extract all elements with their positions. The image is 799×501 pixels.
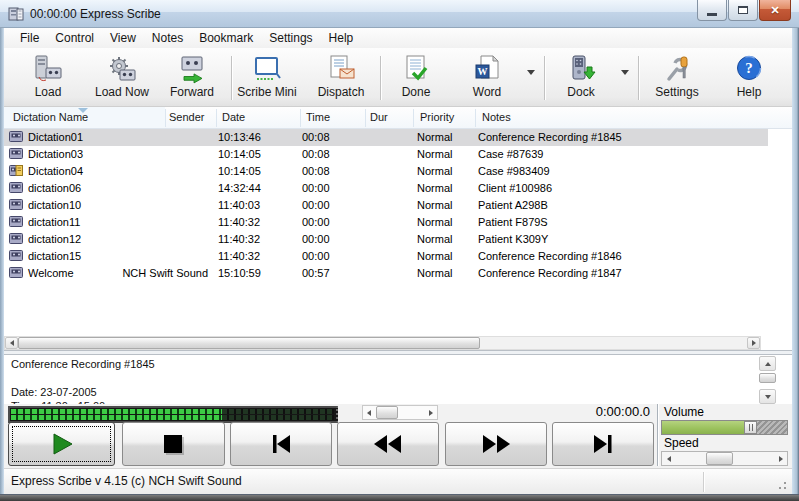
toolbar-done-button[interactable]: Done: [377, 52, 455, 104]
menu-help[interactable]: Help: [321, 29, 362, 47]
notes-vertical-scrollbar[interactable]: [759, 356, 777, 404]
menu-view[interactable]: View: [102, 29, 144, 47]
title-bar[interactable]: 00:00:00 Express Scribe ✕: [0, 0, 799, 28]
seek-thumb[interactable]: [376, 406, 398, 419]
toolbar-dock-button[interactable]: Dock: [542, 52, 620, 104]
toolbar-label: Help: [737, 85, 762, 99]
cassette-icon: [9, 148, 23, 160]
volume-slider[interactable]: [661, 420, 788, 435]
rewind-to-start-button[interactable]: [230, 422, 332, 466]
settings-icon: [662, 52, 692, 85]
toolbar-word-button[interactable]: W Word: [448, 52, 526, 104]
list-rows: Dictation01 10:13:46 00:08 Normal Confer…: [4, 129, 792, 282]
maximize-icon: [738, 6, 748, 14]
speed-thumb[interactable]: [706, 452, 733, 465]
scrollbar-thumb[interactable]: [18, 337, 480, 349]
notes-panel[interactable]: Conference Recording #1845 Date: 23-07-2…: [4, 355, 792, 404]
scroll-down-arrow-icon[interactable]: [759, 389, 776, 404]
rewind-button[interactable]: [337, 422, 439, 466]
toolbar-label: Dispatch: [318, 85, 365, 99]
seek-right-arrow-icon[interactable]: [425, 406, 437, 419]
minimize-button[interactable]: [697, 0, 727, 21]
go-to-end-button[interactable]: [552, 422, 654, 466]
toolbar-forward-button[interactable]: Forward: [153, 52, 231, 104]
scroll-up-arrow-icon[interactable]: [759, 356, 776, 371]
cassette-note-icon: [9, 165, 23, 177]
table-row[interactable]: dictation11 11:40:32 00:00 Normal Patien…: [4, 214, 768, 231]
speed-right-arrow-icon[interactable]: [774, 452, 787, 465]
load-icon: [33, 52, 63, 85]
transport-buttons: [4, 422, 664, 468]
window-border-left: [0, 28, 4, 494]
list-horizontal-scrollbar[interactable]: [4, 336, 761, 350]
table-row[interactable]: Dictation03 10:14:05 00:08 Normal Case #…: [4, 146, 768, 163]
seek-left-arrow-icon[interactable]: [363, 406, 375, 419]
table-row[interactable]: Dictation04 10:14:05 00:08 Normal Case #…: [4, 163, 768, 180]
toolbar-help-button[interactable]: ? Help: [710, 52, 788, 104]
toolbar-dispatch-button[interactable]: Dispatch: [302, 52, 380, 104]
speed-slider[interactable]: [661, 451, 788, 466]
rewind-to-start-icon: [269, 434, 293, 454]
column-priority[interactable]: Priority: [420, 111, 454, 123]
word-dropdown-arrow[interactable]: [527, 70, 535, 75]
toolbar-load-button[interactable]: Load: [9, 52, 87, 104]
cassette-icon: [9, 131, 23, 143]
close-icon: ✕: [770, 4, 779, 17]
toolbar-scribe-mini-button[interactable]: Scribe Mini: [228, 52, 306, 104]
app-icon: [8, 6, 24, 22]
close-button[interactable]: ✕: [759, 0, 791, 21]
svg-text:W: W: [478, 66, 488, 77]
stop-icon: [163, 434, 184, 455]
play-button[interactable]: [8, 422, 115, 466]
menu-bookmark[interactable]: Bookmark: [191, 29, 261, 47]
column-time[interactable]: Time: [306, 111, 330, 123]
column-notes[interactable]: Notes: [482, 111, 511, 123]
cassette-icon: [9, 267, 23, 279]
play-icon: [50, 433, 74, 455]
table-row[interactable]: dictation12 11:40:32 00:00 Normal Patien…: [4, 231, 768, 248]
resize-grip[interactable]: [775, 478, 787, 490]
dispatch-icon: [326, 52, 356, 85]
menu-file[interactable]: File: [12, 29, 47, 47]
scroll-left-arrow-icon[interactable]: [5, 337, 18, 349]
dock-icon: [566, 52, 596, 85]
forward-icon: [177, 52, 207, 85]
dictation-list: Dictation Name Sender Date Time Dur Prio…: [4, 107, 792, 350]
table-row[interactable]: Welcome NCH Swift Sound 15:10:59 00:57 N…: [4, 265, 768, 282]
toolbar-label: Load Now: [95, 85, 149, 99]
window-border-right: [792, 28, 799, 494]
maximize-button[interactable]: [728, 0, 758, 21]
toolbar-settings-button[interactable]: Settings: [638, 52, 716, 104]
toolbar-load-now-button[interactable]: Load Now: [83, 52, 161, 104]
table-row[interactable]: dictation06 14:32:44 00:00 Normal Client…: [4, 180, 768, 197]
table-row[interactable]: dictation15 11:40:32 00:00 Normal Confer…: [4, 248, 768, 265]
toolbar-label: Settings: [655, 85, 698, 99]
column-date[interactable]: Date: [222, 111, 245, 123]
minimize-icon: [707, 13, 717, 16]
go-to-end-icon: [591, 434, 615, 454]
fast-forward-button[interactable]: [445, 422, 547, 466]
status-text: Express Scribe v 4.15 (c) NCH Swift Soun…: [11, 474, 242, 488]
table-row[interactable]: dictation10 11:40:03 00:00 Normal Patien…: [4, 197, 768, 214]
toolbar: Load Load Now: [4, 48, 792, 107]
cassette-icon: [9, 216, 23, 228]
dock-dropdown-arrow[interactable]: [621, 70, 629, 75]
column-dictation-name[interactable]: Dictation Name: [13, 111, 88, 123]
fast-forward-icon: [481, 434, 511, 454]
notes-line: Conference Recording #1845: [11, 357, 792, 371]
seek-scrollbar[interactable]: [362, 405, 438, 420]
scroll-right-arrow-icon[interactable]: [747, 337, 760, 349]
table-row[interactable]: Dictation01 10:13:46 00:08 Normal Confer…: [4, 129, 768, 146]
menu-notes[interactable]: Notes: [144, 29, 191, 47]
stop-button[interactable]: [122, 422, 225, 466]
menu-bar: File Control View Notes Bookmark Setting…: [4, 28, 792, 48]
word-icon: W: [472, 52, 502, 85]
notes-line: Date: 23-07-2005: [11, 385, 792, 399]
column-sender[interactable]: Sender: [169, 111, 204, 123]
volume-thumb[interactable]: [744, 421, 757, 434]
menu-control[interactable]: Control: [47, 29, 102, 47]
scrollbar-thumb[interactable]: [759, 373, 776, 383]
column-dur[interactable]: Dur: [370, 111, 388, 123]
list-header: Dictation Name Sender Date Time Dur Prio…: [4, 107, 792, 129]
menu-settings[interactable]: Settings: [261, 29, 320, 47]
